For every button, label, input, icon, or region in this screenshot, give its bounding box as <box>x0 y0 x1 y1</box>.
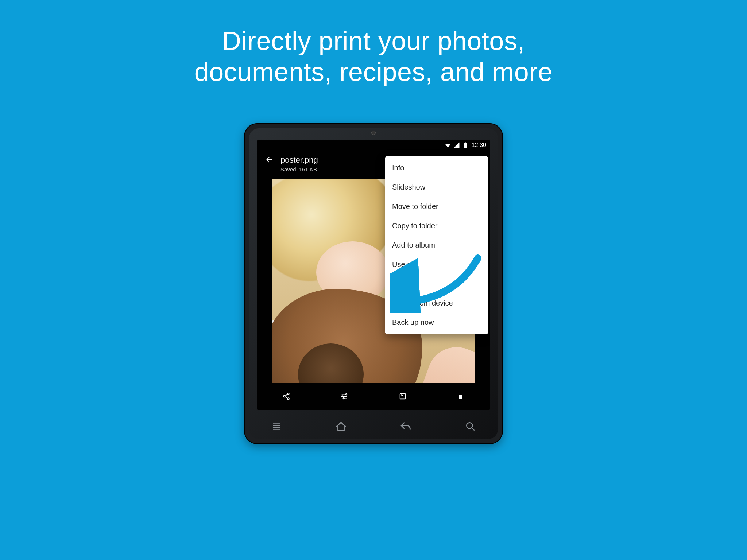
menu-item-delete-from-device[interactable]: Delete from device <box>385 293 488 313</box>
hw-back-button[interactable] <box>400 420 412 433</box>
hw-home-button[interactable] <box>335 420 347 433</box>
file-status: Saved, 161 KB <box>280 166 318 172</box>
device-screen: 12:30 poster.png Saved, 161 KB <box>257 140 490 410</box>
hw-menu-button[interactable] <box>270 420 283 433</box>
delete-button[interactable] <box>456 392 465 401</box>
menu-item-use-as[interactable]: Use as <box>385 255 488 274</box>
menu-item-back-up-now[interactable]: Back up now <box>385 313 488 332</box>
signal-icon <box>453 142 460 148</box>
svg-point-7 <box>467 423 473 428</box>
promo-headline: Directly print your photos, documents, r… <box>0 26 747 88</box>
edit-tune-button[interactable] <box>340 392 349 401</box>
context-menu: Info Slideshow Move to folder Copy to fo… <box>385 156 488 334</box>
menu-item-copy-to-folder[interactable]: Copy to folder <box>385 216 488 236</box>
title-block: poster.png Saved, 161 KB <box>280 155 318 172</box>
menu-item-add-to-album[interactable]: Add to album <box>385 236 488 255</box>
crop-rotate-button[interactable] <box>398 392 407 401</box>
headline-line1: Directly print your photos, <box>222 26 525 55</box>
file-name: poster.png <box>280 156 318 164</box>
app-action-bar <box>257 383 490 410</box>
tablet-frame: 12:30 poster.png Saved, 161 KB <box>244 123 503 444</box>
clock: 12:30 <box>472 142 486 148</box>
hw-search-button[interactable] <box>464 420 477 433</box>
status-bar: 12:30 <box>257 140 490 150</box>
wifi-icon <box>445 142 451 148</box>
menu-item-info[interactable]: Info <box>385 158 488 178</box>
menu-item-move-to-folder[interactable]: Move to folder <box>385 197 488 216</box>
back-button[interactable] <box>265 155 274 166</box>
svg-rect-6 <box>400 394 405 399</box>
menu-item-print[interactable]: Print <box>385 274 488 293</box>
share-button[interactable] <box>282 392 291 401</box>
menu-item-slideshow[interactable]: Slideshow <box>385 178 488 197</box>
front-camera <box>371 131 376 135</box>
hardware-nav <box>244 416 503 437</box>
svg-point-3 <box>346 394 347 395</box>
battery-icon <box>462 142 469 148</box>
headline-line2: documents, recipes, and more <box>194 57 553 86</box>
